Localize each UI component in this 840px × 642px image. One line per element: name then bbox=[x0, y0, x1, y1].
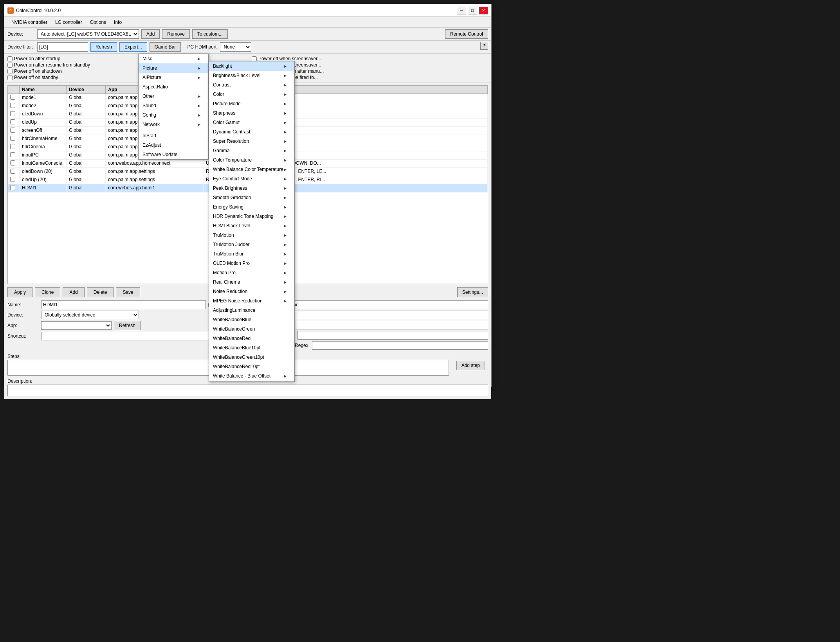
menu-nvidia-controller[interactable]: NVIDIA controller bbox=[7, 18, 51, 27]
menu-options[interactable]: Options bbox=[86, 18, 110, 27]
device-select[interactable]: Auto detect: [LG] webOS TV OLED48CX8LC, … bbox=[37, 29, 139, 39]
row-checkbox[interactable] bbox=[10, 136, 15, 141]
app-select[interactable] bbox=[41, 321, 112, 330]
checkbox-power-on-startup-input[interactable] bbox=[7, 56, 13, 61]
submenu-super-resolution[interactable]: Super Resolution ▶ bbox=[209, 137, 294, 146]
submenu-smooth-gradation[interactable]: Smooth Gradation ▶ bbox=[209, 193, 294, 202]
maximize-button[interactable]: □ bbox=[468, 7, 477, 14]
submenu-hdr-dtm[interactable]: HDR Dynamic Tone Mapping ▶ bbox=[209, 212, 294, 221]
row-checkbox[interactable] bbox=[10, 144, 15, 149]
add-step-button[interactable]: Add step bbox=[456, 361, 485, 370]
checkbox-power-on-resume-input[interactable] bbox=[7, 63, 13, 68]
submenu-color[interactable]: Color ▶ bbox=[209, 90, 294, 99]
menu-aipicture[interactable]: AiPicture ▶ bbox=[139, 73, 208, 82]
submenu-color-gamut[interactable]: Color Gamut ▶ bbox=[209, 118, 294, 127]
submenu-sharpness[interactable]: Sharpness ▶ bbox=[209, 108, 294, 118]
submenu-wb-blue-offset[interactable]: White Balance - Blue Offset ▶ bbox=[209, 371, 294, 381]
device-detail-select[interactable]: Globally selected device bbox=[41, 311, 139, 319]
submenu-hdmi-black[interactable]: HDMI Black Level ▶ bbox=[209, 221, 294, 230]
row-checkbox[interactable] bbox=[10, 128, 15, 133]
row-checkbox[interactable] bbox=[10, 103, 15, 108]
expert-button[interactable]: Expert... bbox=[119, 42, 147, 52]
submenu-adjusting-luminance[interactable]: AdjustingLuminance bbox=[209, 306, 294, 315]
delete-button[interactable]: Delete bbox=[87, 287, 114, 297]
add-button[interactable]: Add bbox=[141, 29, 160, 39]
checkbox-power-off-screensaver-input[interactable] bbox=[252, 56, 257, 61]
submenu-noise-reduction[interactable]: Noise Reduction ▶ bbox=[209, 287, 294, 296]
app-refresh-button[interactable]: Refresh bbox=[114, 321, 141, 330]
submenu-peak-brightness[interactable]: Peak Brightness ▶ bbox=[209, 183, 294, 193]
pc-hdmi-select[interactable]: None bbox=[220, 42, 251, 52]
submenu-wb-blue-gain[interactable]: White Balance - Blue Gain ▶ bbox=[209, 381, 294, 382]
row-checkbox[interactable] bbox=[10, 95, 15, 100]
submenu-backlight[interactable]: Backlight ▶ bbox=[209, 61, 294, 71]
included-processes-field[interactable] bbox=[296, 321, 488, 329]
menu-ezadjust[interactable]: EzAdjust bbox=[139, 140, 208, 150]
menu-aspectratio[interactable]: AspectRatio bbox=[139, 82, 208, 92]
menu-instart[interactable]: InStart bbox=[139, 131, 208, 140]
submenu-dynamic-contrast[interactable]: Dynamic Contrast ▶ bbox=[209, 127, 294, 137]
submenu-mpeg-noise[interactable]: MPEG Noise Reduction ▶ bbox=[209, 296, 294, 306]
remote-control-button[interactable]: Remote Control bbox=[445, 29, 488, 39]
info-icon[interactable]: ? bbox=[480, 42, 488, 50]
submenu-color-temperature[interactable]: Color Temperature ▶ bbox=[209, 155, 294, 165]
submenu-wb-green10pt[interactable]: WhiteBalanceGreen10pt bbox=[209, 352, 294, 362]
row-name: oledUp bbox=[20, 119, 67, 126]
condition-field[interactable] bbox=[285, 311, 488, 319]
settings-button[interactable]: Settings... bbox=[457, 287, 488, 297]
submenu-wb-blue10pt[interactable]: WhiteBalanceBlue10pt bbox=[209, 343, 294, 352]
menu-info[interactable]: Info bbox=[110, 18, 126, 27]
checkbox-power-off-standby-input[interactable] bbox=[7, 75, 13, 80]
submenu-motion-pro[interactable]: Motion Pro ▶ bbox=[209, 268, 294, 277]
add-record-button[interactable]: Add bbox=[63, 287, 84, 297]
menu-network[interactable]: Network ▶ bbox=[139, 120, 208, 129]
submenu-wb-red10pt[interactable]: WhiteBalanceRed10pt bbox=[209, 362, 294, 371]
row-checkbox[interactable] bbox=[10, 111, 15, 116]
menu-misc[interactable]: Misc ▶ bbox=[139, 54, 208, 63]
game-bar-button[interactable]: Game Bar bbox=[150, 42, 181, 52]
submenu-wb-blue[interactable]: WhiteBalanceBlue bbox=[209, 315, 294, 324]
submenu-contrast[interactable]: Contrast ▶ bbox=[209, 80, 294, 90]
submenu-brightness[interactable]: Brightness/Black Level ▶ bbox=[209, 71, 294, 80]
refresh-button[interactable]: Refresh bbox=[90, 42, 117, 52]
row-checkbox[interactable] bbox=[10, 177, 15, 182]
save-button[interactable]: Save bbox=[116, 287, 140, 297]
menu-config[interactable]: Config ▶ bbox=[139, 110, 208, 120]
submenu-trumotion-blur[interactable]: TruMotion Blur ▶ bbox=[209, 249, 294, 259]
minimize-button[interactable]: ─ bbox=[457, 7, 466, 14]
remove-button[interactable]: Remove bbox=[162, 29, 190, 39]
submenu-energy-saving[interactable]: Energy Saving ▶ bbox=[209, 202, 294, 212]
checkbox-power-off-shutdown-input[interactable] bbox=[7, 69, 13, 74]
trigger-field[interactable] bbox=[285, 300, 488, 309]
submenu-trumotion[interactable]: TruMotion ▶ bbox=[209, 230, 294, 240]
name-field[interactable] bbox=[41, 300, 206, 309]
submenu-gamma[interactable]: Gamma ▶ bbox=[209, 146, 294, 155]
submenu-wb-red[interactable]: WhiteBalanceRed bbox=[209, 334, 294, 343]
menu-picture[interactable]: Picture ▶ bbox=[139, 63, 208, 73]
excluded-processes-field[interactable] bbox=[297, 331, 488, 340]
row-checkbox[interactable] bbox=[10, 119, 15, 124]
submenu-real-cinema[interactable]: Real Cinema ▶ bbox=[209, 277, 294, 287]
close-button[interactable]: ✕ bbox=[479, 7, 488, 14]
submenu-oled-motion[interactable]: OLED Motion Pro ▶ bbox=[209, 259, 294, 268]
row-checkbox[interactable] bbox=[10, 185, 15, 190]
clone-button[interactable]: Clone bbox=[35, 287, 60, 297]
apply-button[interactable]: Apply bbox=[7, 287, 32, 297]
to-custom-button[interactable]: To custom... bbox=[192, 29, 228, 39]
row-checkbox[interactable] bbox=[10, 160, 15, 165]
row-checkbox[interactable] bbox=[10, 169, 15, 174]
row-checkbox[interactable] bbox=[10, 152, 15, 157]
submenu-picture-mode[interactable]: Picture Mode ▶ bbox=[209, 99, 294, 108]
description-textarea[interactable] bbox=[7, 385, 488, 396]
connected-displays-field[interactable] bbox=[312, 341, 488, 350]
menu-other[interactable]: Other ▶ bbox=[139, 92, 208, 101]
menu-sound[interactable]: Sound ▶ bbox=[139, 101, 208, 110]
submenu-wb-green[interactable]: WhiteBalanceGreen bbox=[209, 324, 294, 334]
smooth-gradation-arrow: ▶ bbox=[284, 196, 287, 200]
menu-lg-controller[interactable]: LG controller bbox=[51, 18, 86, 27]
submenu-eye-comfort[interactable]: Eye Comfort Mode ▶ bbox=[209, 174, 294, 183]
submenu-wb-color-temp[interactable]: White Balance Color Temperature ▶ bbox=[209, 165, 294, 174]
menu-software-update[interactable]: Software Update bbox=[139, 150, 208, 159]
filter-input[interactable] bbox=[37, 42, 88, 52]
submenu-trumotion-judder[interactable]: TruMotion Judder ▶ bbox=[209, 240, 294, 249]
